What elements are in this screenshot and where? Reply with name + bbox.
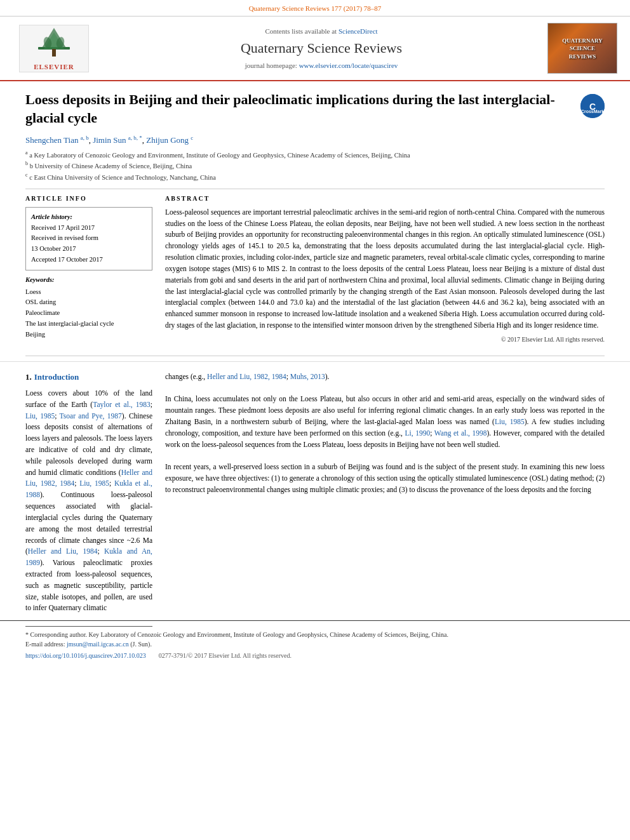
- keyword-2: OSL dating: [25, 297, 152, 308]
- abstract-text: Loess-paleosol sequences are important t…: [165, 207, 605, 331]
- article-history-box: Article history: Received 17 April 2017 …: [25, 207, 152, 270]
- keyword-1: Loess: [25, 287, 152, 298]
- author-zhijun-sup: c: [191, 135, 193, 141]
- affiliation-b: b b University of Chinese Academy of Sci…: [25, 160, 605, 171]
- keyword-3: Paleoclimate: [25, 308, 152, 319]
- journal-homepage-line: journal homepage: www.elsevier.com/locat…: [95, 61, 547, 70]
- article-header-section: Loess deposits in Beijing and their pale…: [0, 81, 630, 350]
- intro-title-row: 1. Introduction: [25, 371, 152, 383]
- revised-date: 13 October 2017: [31, 244, 147, 255]
- affiliation-c: c c East China University of Science and…: [25, 171, 605, 182]
- ref-taylor[interactable]: Taylor et al., 1983: [93, 401, 151, 408]
- elsevier-logo-strip: ELSEVIER: [34, 25, 74, 72]
- elsevier-logo-box: ELSEVIER: [19, 25, 89, 72]
- author-zhijun[interactable]: Zhijun Gong: [146, 135, 189, 145]
- keywords-list: Loess OSL dating Paleoclimate The last i…: [25, 287, 152, 340]
- svg-rect-5: [52, 49, 56, 57]
- keywords-box: Keywords: Loess OSL dating Paleoclimate …: [25, 276, 152, 340]
- introduction-section: 1. Introduction Loess covers about 10% o…: [0, 361, 630, 620]
- footnote-section: * Corresponding author. Key Laboratory o…: [0, 620, 630, 649]
- intro-section-number: 1.: [25, 371, 32, 383]
- doi-link[interactable]: https://doi.org/10.1016/j.quascirev.2017…: [25, 651, 146, 660]
- elsevier-text: ELSEVIER: [34, 62, 74, 72]
- issn-copyright: 0277-3791/© 2017 Elsevier Ltd. All right…: [159, 651, 292, 660]
- accepted-date: Accepted 17 October 2017: [31, 255, 147, 265]
- article-title: Loess deposits in Beijing and their pale…: [25, 91, 571, 127]
- bottom-info-bar: https://doi.org/10.1016/j.quascirev.2017…: [0, 649, 630, 663]
- revised-label: Received in revised form: [31, 233, 147, 244]
- intro-right-column: changes (e.g., Heller and Liu, 1982, 198…: [165, 371, 605, 614]
- journal-homepage-link[interactable]: www.elsevier.com/locate/quascirev: [299, 62, 398, 69]
- ref-muhs[interactable]: Muhs, 2013: [290, 373, 325, 380]
- author-jimin-sup: a, b, *: [128, 135, 142, 141]
- journal-title-area: Contents lists available at ScienceDirec…: [95, 27, 547, 71]
- email-label: E-mail address:: [25, 641, 65, 648]
- ref-wang[interactable]: Wang et al., 1998: [434, 429, 487, 437]
- section-divider: [25, 356, 605, 356]
- author-shengchen[interactable]: Shengchen Tian: [25, 135, 78, 145]
- author-shengchen-sup: a, b: [81, 135, 89, 141]
- intro-right-text: changes (e.g., Heller and Liu, 1982, 198…: [165, 371, 605, 496]
- affiliations-block: a a Key Laboratory of Cenozoic Geology a…: [25, 149, 605, 182]
- elsevier-tree-icon: [35, 25, 73, 60]
- ref-heller3[interactable]: Heller and Liu, 1982, 1984: [207, 373, 286, 380]
- journal-header: ELSEVIER Contents lists available at Sci…: [0, 17, 630, 81]
- journal-cover-text: QUATERNARYSCIENCEREVIEWS: [562, 37, 603, 61]
- article-title-area: Loess deposits in Beijing and their pale…: [25, 91, 605, 127]
- crossmark-icon: C CrossMark: [580, 94, 605, 118]
- email-line: E-mail address: jmsun@mail.igcas.ac.cn (…: [25, 639, 605, 649]
- publisher-logo-area: ELSEVIER: [13, 25, 95, 72]
- ref-liu2[interactable]: Liu, 1985: [79, 479, 109, 487]
- corresponding-author-note: * Corresponding author. Key Laboratory o…: [25, 630, 605, 639]
- contents-available-line: Contents lists available at ScienceDirec…: [95, 27, 547, 36]
- received-date: Received 17 April 2017: [31, 223, 147, 234]
- crossmark-logo: C CrossMark: [580, 94, 605, 118]
- abstract-column: ABSTRACT Loess-paleosol sequences are im…: [165, 194, 605, 344]
- homepage-label: journal homepage:: [245, 62, 297, 69]
- email-name: (J. Sun).: [130, 641, 152, 648]
- intro-left-text: Loess covers about 10% of the land surfa…: [25, 388, 152, 614]
- journal-ref-bar: Quaternary Science Reviews 177 (2017) 78…: [0, 0, 630, 17]
- contents-label: Contents lists available at: [265, 27, 337, 35]
- sciencedirect-link[interactable]: ScienceDirect: [338, 27, 378, 35]
- affiliation-a: a a Key Laboratory of Cenozoic Geology a…: [25, 149, 605, 160]
- journal-cover-thumbnail: QUATERNARYSCIENCEREVIEWS: [547, 23, 617, 74]
- abstract-label: ABSTRACT: [165, 194, 605, 203]
- author-jimin[interactable]: Jimin Sun: [93, 135, 126, 145]
- keywords-title: Keywords:: [25, 276, 152, 285]
- article-divider: [25, 189, 605, 189]
- intro-left-column: 1. Introduction Loess covers about 10% o…: [25, 371, 152, 614]
- ref-tsoar[interactable]: Tsoar and Pye, 1987: [60, 412, 122, 420]
- email-link[interactable]: jmsun@mail.igcas.ac.cn: [67, 641, 129, 648]
- article-info-label: ARTICLE INFO: [25, 194, 152, 203]
- ref-heller2[interactable]: Heller and Liu, 1984: [28, 547, 98, 555]
- ref-liu1985[interactable]: Liu, 1985: [25, 412, 55, 420]
- intro-section-title: Introduction: [34, 371, 79, 383]
- article-info-column: ARTICLE INFO Article history: Received 1…: [25, 194, 152, 344]
- journal-reference: Quaternary Science Reviews 177 (2017) 78…: [249, 4, 382, 12]
- ref-li[interactable]: Li, 1990: [405, 429, 431, 437]
- ref-liu3[interactable]: Liu, 1985: [495, 418, 525, 425]
- history-title: Article history:: [31, 212, 147, 223]
- journal-title: Quaternary Science Reviews: [95, 39, 547, 58]
- svg-text:CrossMark: CrossMark: [581, 109, 604, 114]
- keyword-4: The last interglacial-glacial cycle: [25, 319, 152, 330]
- authors-line: Shengchen Tian a, b, Jimin Sun a, b, *, …: [25, 134, 605, 147]
- keyword-5: Beijing: [25, 330, 152, 340]
- article-info-abstract-columns: ARTICLE INFO Article history: Received 1…: [25, 194, 605, 344]
- corresponding-label: * Corresponding author. Key Laboratory o…: [25, 631, 448, 638]
- copyright-line: © 2017 Elsevier Ltd. All rights reserved…: [165, 335, 605, 344]
- footnote-rule: [25, 626, 152, 627]
